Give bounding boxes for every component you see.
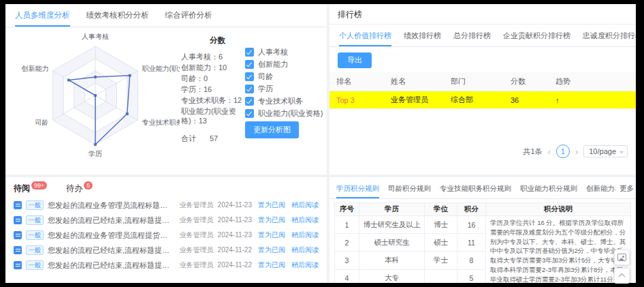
checked-checkbox-icon[interactable] bbox=[245, 60, 254, 69]
list-item: 一般 您发起的流程业务管理员流程标题提货单，废弃说场 业务管理员2024-11-… bbox=[5, 198, 327, 213]
tab-vocational-ability-rules[interactable]: 职业能力积分规则 bbox=[520, 177, 577, 198]
cell-points: 16 bbox=[457, 216, 486, 234]
tab-tenure-rules[interactable]: 司龄积分规则 bbox=[388, 177, 431, 198]
page-size-select[interactable]: 10/page bbox=[583, 145, 628, 157]
message-date: 2024-11-23 bbox=[218, 201, 252, 209]
ranking-header-row: 排名 姓名 部门 分数 趋势 bbox=[329, 72, 636, 91]
checkbox-innovation[interactable]: 创新能力 bbox=[245, 60, 325, 69]
checkbox-hr-assessment[interactable]: 人事考核 bbox=[245, 48, 325, 57]
message-date: 2024-11-22 bbox=[218, 261, 252, 269]
update-chart-button[interactable]: 更新分析图 bbox=[245, 121, 299, 138]
score-label: 人事考核： bbox=[181, 52, 219, 61]
checked-checkbox-icon[interactable] bbox=[245, 72, 254, 81]
cell-no: 1 bbox=[335, 216, 359, 234]
score-item: 司龄：0 bbox=[181, 74, 246, 83]
score-item: 专业技术职务：12 bbox=[181, 95, 246, 105]
tab-personnel-analysis[interactable]: 人员多维度分析 bbox=[15, 4, 70, 27]
col-score: 分数 bbox=[504, 72, 549, 91]
mark-read-link[interactable]: 置为已阅 bbox=[258, 215, 285, 225]
tab-enterprise-contribution-ranking[interactable]: 企业贡献积分排行榜 bbox=[503, 25, 570, 46]
message-meta: 业务管理员2024-11-22 bbox=[180, 260, 252, 270]
score-total: 合计57 bbox=[181, 134, 246, 143]
tab-label: 待办 bbox=[66, 183, 82, 193]
tab-personal-value-ranking[interactable]: 个人价值排行榜 bbox=[339, 25, 391, 46]
tab-performance-score-analysis[interactable]: 绩效考核积分分析 bbox=[86, 4, 149, 27]
export-button[interactable]: 导出 bbox=[338, 52, 372, 68]
cell-education: 硕士研究生 bbox=[359, 234, 425, 252]
col-dept: 部门 bbox=[444, 72, 504, 91]
assistant-button[interactable] bbox=[614, 250, 630, 265]
cell-dept: 综合部 bbox=[444, 91, 504, 109]
tab-total-score-ranking[interactable]: 总分排行榜 bbox=[453, 25, 491, 46]
message-date: 2024-11-23 bbox=[218, 231, 252, 239]
cell-education: 博士研究生及以上 bbox=[359, 216, 425, 234]
message-text[interactable]: 您发起的流程已经结束,流程标题提货单 bbox=[48, 245, 174, 256]
cell-degree bbox=[425, 269, 457, 283]
cell-points: 8 bbox=[457, 252, 486, 269]
svg-text:学历: 学历 bbox=[88, 150, 102, 157]
prev-page-icon[interactable]: ‹ bbox=[548, 147, 551, 157]
ranking-tabbar: 个人价值排行榜 绩效排行榜 总分排行榜 企业贡献积分排行榜 忠诚度积分排行榜 bbox=[329, 25, 636, 47]
score-label: 职业能力(职业资格)： bbox=[181, 107, 236, 125]
read-later-link[interactable]: 稍后阅读 bbox=[291, 245, 319, 255]
score-list: 分数 人事考核：6 创新能力：10 司龄：0 学历：16 专业技术职务：12 职… bbox=[181, 35, 246, 143]
table-row[interactable]: Top 3 业务管理员 综合部 36 ↑ bbox=[329, 91, 636, 109]
cell-degree: 学士 bbox=[425, 252, 457, 269]
total-value: 57 bbox=[210, 134, 218, 143]
tab-education-rules[interactable]: 学历积分规则 bbox=[336, 177, 379, 198]
tab-to-read[interactable]: 待阅99+ bbox=[14, 183, 47, 194]
more-tabs-button[interactable]: 更多 bbox=[615, 177, 636, 199]
col-no: 序号 bbox=[335, 203, 359, 216]
floating-widget bbox=[614, 250, 630, 284]
cell-education: 本科 bbox=[359, 252, 425, 269]
page-number[interactable]: 1 bbox=[556, 145, 570, 158]
mark-read-link[interactable]: 置为已阅 bbox=[258, 230, 285, 240]
col-rank: 排名 bbox=[329, 72, 384, 91]
checked-checkbox-icon[interactable] bbox=[245, 109, 254, 118]
to-read-badge: 99+ bbox=[31, 181, 47, 190]
chevron-up-icon bbox=[619, 273, 626, 280]
svg-text:司龄: 司龄 bbox=[35, 119, 49, 126]
tab-loyalty-ranking[interactable]: 忠诚度积分排行榜 bbox=[583, 25, 636, 46]
mark-read-link[interactable]: 置为已阅 bbox=[258, 260, 285, 270]
checked-checkbox-icon[interactable] bbox=[245, 85, 254, 93]
score-label: 创新能力： bbox=[181, 63, 219, 72]
priority-tag: 一般 bbox=[26, 230, 44, 240]
tab-comprehensive-analysis[interactable]: 综合评价分析 bbox=[165, 4, 212, 27]
priority-tag: 一般 bbox=[26, 200, 44, 210]
back-to-top-button[interactable] bbox=[614, 268, 630, 284]
checkbox-vocational-ability[interactable]: 职业能力(职业资格) bbox=[245, 109, 325, 118]
score-value: 10 bbox=[219, 63, 227, 72]
read-later-link[interactable]: 稍后阅读 bbox=[291, 200, 319, 210]
list-item: 一般 您发起的流程已经结束,流程标题提货单 业务管理员2024-11-22 置为… bbox=[5, 243, 327, 258]
checkbox-professional-title[interactable]: 专业技术职务 bbox=[245, 97, 325, 106]
checkbox-tenure[interactable]: 司龄 bbox=[245, 72, 325, 81]
score-label: 学历： bbox=[181, 85, 204, 93]
checked-checkbox-icon[interactable] bbox=[245, 48, 254, 57]
checked-checkbox-icon[interactable] bbox=[245, 97, 254, 106]
tab-to-do[interactable]: 待办5 bbox=[66, 183, 93, 194]
tab-professional-title-rules[interactable]: 专业技能职务积分规则 bbox=[440, 177, 511, 198]
mark-read-link[interactable]: 置为已阅 bbox=[258, 245, 285, 255]
message-text[interactable]: 您发起的流程业务管理员流程提货单，流程标题提货单，废弃说明 bbox=[48, 230, 174, 241]
mark-read-link[interactable]: 置为已阅 bbox=[258, 200, 285, 210]
message-text[interactable]: 您发起的流程业务管理员流程标题提货单，废弃说场 bbox=[48, 200, 174, 211]
radar-chart: 人事考核职业能力(职业资格)专业技术职务学历司龄创新能力 bbox=[11, 29, 180, 169]
message-text[interactable]: 您发起的流程已经结束,流程标题提货单 bbox=[48, 215, 174, 226]
message-list: 一般 您发起的流程业务管理员流程标题提货单，废弃说场 业务管理员2024-11-… bbox=[5, 198, 327, 273]
svg-text:创新能力: 创新能力 bbox=[22, 65, 49, 72]
trend-up-icon: ↑ bbox=[556, 96, 560, 104]
rules-header-row: 序号 学历 学位 积分 积分说明 bbox=[335, 203, 631, 216]
message-text[interactable]: 您发起的流程已经结束,流程标题提货单 bbox=[48, 260, 174, 271]
cell-name: 业务管理员 bbox=[384, 91, 444, 109]
read-later-link[interactable]: 稍后阅读 bbox=[291, 215, 319, 225]
checkbox-label: 人事考核 bbox=[258, 48, 288, 57]
cell-points: 11 bbox=[457, 234, 486, 252]
next-page-icon[interactable]: › bbox=[575, 147, 578, 157]
read-later-link[interactable]: 稍后阅读 bbox=[291, 230, 319, 240]
read-later-link[interactable]: 稍后阅读 bbox=[291, 260, 319, 270]
tab-performance-ranking[interactable]: 绩效排行榜 bbox=[404, 25, 441, 46]
total-label: 合计 bbox=[181, 134, 196, 143]
checkbox-education[interactable]: 学历 bbox=[245, 85, 325, 93]
col-degree: 学位 bbox=[425, 203, 457, 216]
